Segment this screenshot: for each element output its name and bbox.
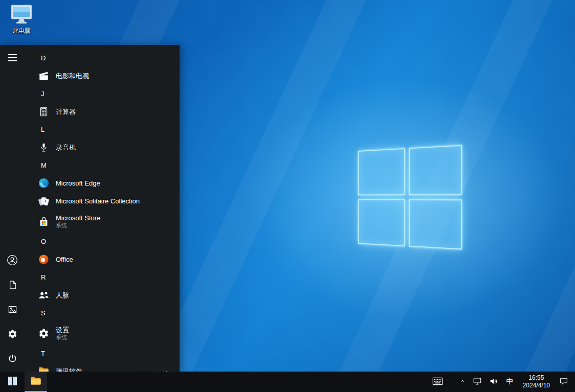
app-subtitle: 系统 <box>56 334 69 341</box>
volume-button[interactable] <box>485 372 502 392</box>
taskbar: 中 16:55 2024/4/10 <box>0 372 575 392</box>
app-label: Microsoft Solitaire Collection <box>56 197 140 205</box>
people-icon <box>37 289 50 302</box>
action-center-button[interactable] <box>555 372 575 392</box>
group-letter: L <box>41 126 45 133</box>
desktop-icon-label: 此电脑 <box>5 27 38 35</box>
group-letter: S <box>41 309 46 317</box>
start-button[interactable] <box>0 372 25 392</box>
logo-pane <box>358 199 405 246</box>
network-button[interactable] <box>469 372 485 392</box>
rail-bottom-group <box>0 249 25 372</box>
group-letter: R <box>41 273 46 281</box>
office-icon <box>37 253 50 266</box>
app-item-voice-recorder[interactable]: 录音机 <box>31 139 180 156</box>
start-menu-rail <box>0 45 25 372</box>
app-item-people[interactable]: 人脉 <box>31 286 180 304</box>
logo-pane <box>409 199 462 250</box>
action-center-icon <box>559 377 568 387</box>
power-button[interactable] <box>0 347 25 372</box>
app-label: Microsoft Edge <box>56 179 100 188</box>
windows-wallpaper-logo <box>358 145 462 249</box>
logo-pane <box>358 148 405 195</box>
app-item-calculator[interactable]: 计算器 <box>31 103 180 121</box>
file-explorer-icon <box>30 375 42 389</box>
input-indicator-button[interactable] <box>429 372 447 392</box>
group-letter: M <box>41 162 47 169</box>
pictures-icon <box>8 305 17 316</box>
app-label: 录音机 <box>56 144 76 152</box>
store-icon <box>37 215 50 228</box>
documents-button[interactable] <box>0 273 25 298</box>
app-group-letter-j[interactable]: J <box>31 85 180 103</box>
settings-gear-icon <box>37 327 50 340</box>
app-text: Microsoft Store 系统 <box>56 214 100 229</box>
group-letter: O <box>41 238 46 245</box>
hamburger-icon <box>8 54 17 63</box>
app-group-letter-s[interactable]: S <box>31 304 180 322</box>
app-group-letter-t[interactable]: T <box>31 344 180 362</box>
file-explorer-button[interactable] <box>25 372 47 392</box>
power-icon <box>8 354 17 365</box>
app-label: 设置 <box>56 326 69 334</box>
gear-icon <box>8 329 17 341</box>
app-item-movies-tv[interactable]: 电影和电视 <box>31 67 180 85</box>
clock-time: 16:55 <box>528 374 544 382</box>
app-group-letter-o[interactable]: O <box>31 233 180 250</box>
document-icon <box>8 280 17 292</box>
tray-overflow-button[interactable] <box>456 372 469 392</box>
app-item-microsoft-store[interactable]: Microsoft Store 系统 <box>31 210 180 233</box>
app-group-letter-m[interactable]: M <box>31 156 180 174</box>
chevron-up-icon <box>459 378 466 386</box>
app-item-tencent-folder[interactable]: 腾讯软件 <box>31 362 180 372</box>
solitaire-icon <box>37 195 50 208</box>
user-icon <box>7 255 18 268</box>
settings-rail-button[interactable] <box>0 322 25 347</box>
app-label: Office <box>56 256 73 264</box>
this-pc-icon <box>5 4 38 26</box>
hamburger-menu-button[interactable] <box>0 47 25 71</box>
app-label: 腾讯软件 <box>56 367 82 372</box>
desktop-icon-this-pc[interactable]: 此电脑 <box>5 4 38 35</box>
network-icon <box>473 377 482 387</box>
ime-mode-button[interactable]: 中 <box>502 372 518 392</box>
app-group-letter-d[interactable]: D <box>31 49 180 67</box>
user-account-button[interactable] <box>0 249 25 273</box>
edge-icon <box>37 177 50 190</box>
input-indicator-icon <box>432 377 443 387</box>
group-letter: T <box>41 350 45 357</box>
folder-icon <box>37 365 50 372</box>
pictures-button[interactable] <box>0 298 25 322</box>
taskbar-clock[interactable]: 16:55 2024/4/10 <box>518 372 555 392</box>
app-item-settings[interactable]: 设置 系统 <box>31 322 180 344</box>
app-label: 电影和电视 <box>56 72 89 80</box>
app-group-letter-l[interactable]: L <box>31 121 180 139</box>
app-item-office[interactable]: Office <box>31 250 180 268</box>
app-label: Microsoft Store <box>56 214 100 222</box>
app-group-letter-r[interactable]: R <box>31 268 180 286</box>
clock-date: 2024/4/10 <box>523 382 550 389</box>
voice-recorder-icon <box>37 141 50 154</box>
logo-pane <box>409 145 462 195</box>
group-letter: J <box>41 90 45 98</box>
windows-logo-icon <box>8 377 17 387</box>
movies-tv-icon <box>37 70 50 83</box>
speaker-icon <box>489 377 498 387</box>
app-item-microsoft-edge[interactable]: Microsoft Edge <box>31 174 180 192</box>
app-text: 设置 系统 <box>56 326 69 341</box>
group-letter: D <box>41 54 46 62</box>
start-menu: D 电影和电视 J 计算器 L 录音机 M <box>0 45 180 372</box>
system-tray: 中 16:55 2024/4/10 <box>429 372 575 392</box>
app-subtitle: 系统 <box>56 222 100 229</box>
calculator-icon <box>37 105 50 119</box>
start-app-list: D 电影和电视 J 计算器 L 录音机 M <box>25 45 180 372</box>
app-item-solitaire-collection[interactable]: Microsoft Solitaire Collection <box>31 192 180 210</box>
app-label: 人脉 <box>56 291 69 299</box>
app-label: 计算器 <box>56 108 76 116</box>
